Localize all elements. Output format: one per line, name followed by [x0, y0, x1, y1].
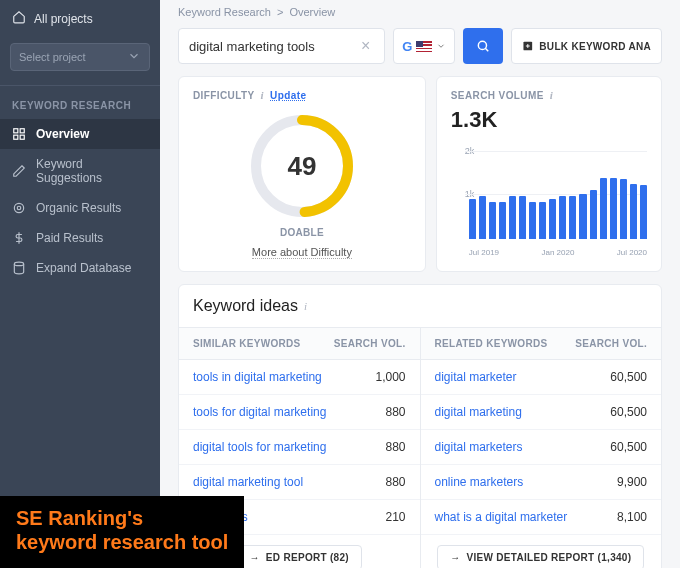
search-button[interactable]	[463, 28, 502, 64]
chart-bar	[489, 202, 496, 239]
svg-rect-0	[14, 129, 18, 133]
difficulty-gauge: 49	[247, 111, 357, 221]
breadcrumb-page: Overview	[289, 6, 335, 18]
pencil-icon	[12, 164, 26, 178]
svg-rect-1	[20, 129, 24, 133]
breadcrumb-root[interactable]: Keyword Research	[178, 6, 271, 18]
difficulty-title: DIFFICULTY	[193, 90, 255, 101]
us-flag-icon	[416, 41, 432, 52]
clear-icon[interactable]: ×	[357, 37, 374, 55]
search-volume-card: SEARCH VOLUME i 1.3K 2k 1k Jul 2019 Jan …	[436, 76, 662, 272]
keyword-link[interactable]: digital marketing	[435, 405, 522, 419]
table-row: tools in digital marketing1,000	[179, 360, 420, 395]
chart-bar	[529, 202, 536, 239]
chart-bar	[469, 199, 476, 239]
volume-value: 880	[385, 405, 405, 419]
info-icon[interactable]: i	[261, 89, 264, 101]
svg-point-7	[14, 262, 23, 266]
table-row: digital marketers60,500	[421, 430, 662, 465]
report-label: ED REPORT (82)	[266, 552, 349, 563]
database-icon	[12, 261, 26, 275]
sidebar-item-label: Keyword Suggestions	[36, 157, 148, 185]
sidebar-item-organic-results[interactable]: Organic Results	[0, 193, 160, 223]
sidebar-item-keyword-suggestions[interactable]: Keyword Suggestions	[0, 149, 160, 193]
keyword-link[interactable]: tools for digital marketing	[193, 405, 326, 419]
caption-overlay: SE Ranking's keyword research tool	[0, 496, 244, 568]
volume-value: 60,500	[610, 440, 647, 454]
arrow-right-icon: →	[450, 552, 460, 563]
view-similar-report-button[interactable]: → ED REPORT (82)	[237, 545, 362, 568]
caption-line: SE Ranking's	[16, 506, 228, 530]
keyword-link[interactable]: digital marketing tool	[193, 475, 303, 489]
home-icon	[12, 10, 26, 27]
keyword-link[interactable]: online marketers	[435, 475, 524, 489]
related-keywords-column: RELATED KEYWORDS SEARCH VOL. digital mar…	[420, 327, 662, 568]
chart-bar	[559, 196, 566, 239]
search-volume-value: 1.3K	[451, 107, 647, 133]
chart-bar	[600, 178, 607, 239]
volume-value: 1,000	[375, 370, 405, 384]
info-icon[interactable]: i	[550, 89, 553, 101]
bulk-keyword-label: BULK KEYWORD ANA	[539, 41, 651, 52]
sidebar-item-overview[interactable]: Overview	[0, 119, 160, 149]
target-icon	[12, 201, 26, 215]
sidebar-item-label: Organic Results	[36, 201, 121, 215]
chart-bar	[499, 202, 506, 239]
sidebar-section-title: KEYWORD RESEARCH	[0, 86, 160, 119]
keyword-link[interactable]: digital marketer	[435, 370, 517, 384]
column-header-volume: SEARCH VOL.	[575, 338, 647, 349]
sidebar-item-label: Overview	[36, 127, 89, 141]
keyword-link[interactable]: digital tools for marketing	[193, 440, 326, 454]
chart-bar	[539, 202, 546, 239]
view-related-report-button[interactable]: → VIEW DETAILED REPORT (1,340)	[437, 545, 644, 568]
keyword-link[interactable]: digital marketers	[435, 440, 523, 454]
sidebar: All projects Select project KEYWORD RESE…	[0, 0, 160, 568]
search-box[interactable]: ×	[178, 28, 385, 64]
sidebar-item-label: Paid Results	[36, 231, 103, 245]
chart-xtick: Jul 2019	[469, 248, 499, 257]
all-projects-link[interactable]: All projects	[0, 0, 160, 37]
search-row: × G BULK KEYWORD ANA	[160, 24, 680, 76]
caption-line: keyword research tool	[16, 530, 228, 554]
sidebar-item-paid-results[interactable]: Paid Results	[0, 223, 160, 253]
bulk-keyword-button[interactable]: BULK KEYWORD ANA	[511, 28, 662, 64]
info-icon[interactable]: i	[304, 300, 307, 312]
cards-row: DIFFICULTY i Update 49 DOABLE More about…	[160, 76, 680, 284]
volume-value: 210	[385, 510, 405, 524]
more-about-difficulty-link[interactable]: More about Difficulty	[252, 246, 352, 259]
chart-bar	[620, 179, 627, 239]
keyword-link[interactable]: what is a digital marketer	[435, 510, 568, 524]
chart-bar	[590, 190, 597, 239]
arrow-right-icon: →	[250, 552, 260, 563]
sidebar-item-expand-database[interactable]: Expand Database	[0, 253, 160, 283]
update-link[interactable]: Update	[270, 90, 306, 101]
chart-bars	[469, 153, 647, 239]
difficulty-score: 49	[247, 111, 357, 221]
search-input[interactable]	[189, 39, 357, 54]
volume-bar-chart: 2k 1k Jul 2019 Jan 2020 Jul 2020	[451, 141, 647, 257]
project-select-placeholder: Select project	[19, 51, 86, 63]
difficulty-card: DIFFICULTY i Update 49 DOABLE More about…	[178, 76, 426, 272]
breadcrumb: Keyword Research > Overview	[160, 0, 680, 24]
search-volume-title: SEARCH VOLUME	[451, 90, 544, 101]
column-header-keywords: SIMILAR KEYWORDS	[193, 338, 301, 349]
search-engine-select[interactable]: G	[393, 28, 455, 64]
dollar-icon	[12, 231, 26, 245]
sidebar-item-label: Expand Database	[36, 261, 131, 275]
project-select[interactable]: Select project	[10, 43, 150, 71]
table-row: online marketers9,900	[421, 465, 662, 500]
svg-point-8	[478, 41, 486, 49]
breadcrumb-sep: >	[277, 6, 283, 18]
chart-xtick: Jul 2020	[617, 248, 647, 257]
report-label: VIEW DETAILED REPORT (1,340)	[466, 552, 631, 563]
chevron-down-icon	[127, 49, 141, 65]
keyword-link[interactable]: tools in digital marketing	[193, 370, 322, 384]
volume-value: 60,500	[610, 370, 647, 384]
table-row: what is a digital marketer8,100	[421, 500, 662, 535]
main-panel: Keyword Research > Overview × G BULK KEY…	[160, 0, 680, 568]
chart-bar	[630, 184, 637, 239]
column-header-keywords: RELATED KEYWORDS	[435, 338, 548, 349]
volume-value: 8,100	[617, 510, 647, 524]
table-row: tools for digital marketing880	[179, 395, 420, 430]
chart-bar	[579, 194, 586, 239]
